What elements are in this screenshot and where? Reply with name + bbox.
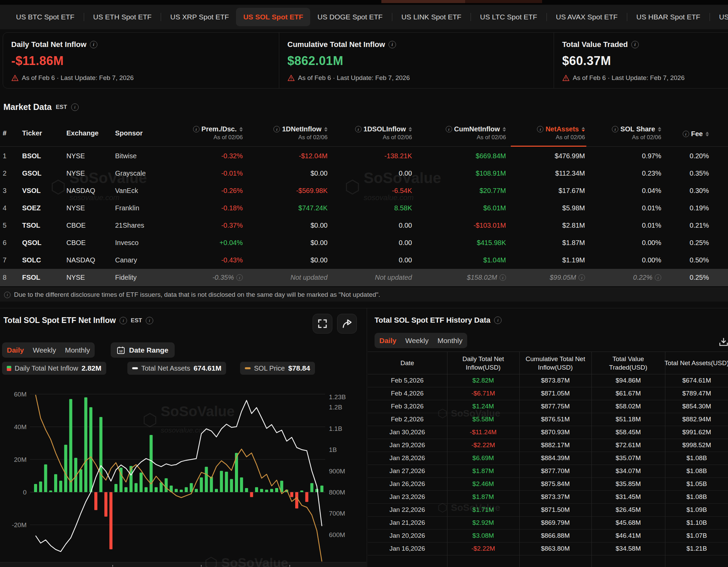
sort-icon[interactable] bbox=[409, 127, 412, 132]
market-col-header-cumnetinflow[interactable]: iCumNetInflowAs of 02/06 bbox=[417, 125, 506, 141]
tab-us-hbar-spot-etf[interactable]: US HBAR Spot ETF bbox=[629, 8, 708, 26]
info-icon[interactable]: i bbox=[389, 41, 396, 48]
inflow-bar[interactable] bbox=[89, 407, 92, 492]
info-icon[interactable]: i bbox=[612, 126, 618, 132]
inflow-bar[interactable] bbox=[49, 490, 52, 492]
net-inflow-chart[interactable]: 60M40M20M0-20M1.23B1.2B1.1B1B900M800M700… bbox=[0, 385, 366, 567]
info-icon[interactable]: i bbox=[446, 126, 452, 132]
tab-us-avax-spot-etf[interactable]: US AVAX Spot ETF bbox=[549, 8, 625, 26]
inflow-bar[interactable] bbox=[155, 487, 158, 492]
info-icon[interactable]: i bbox=[355, 126, 362, 132]
info-icon[interactable]: i bbox=[71, 103, 79, 111]
inflow-bar[interactable] bbox=[180, 490, 183, 492]
market-col-header[interactable]: Sponsor bbox=[115, 129, 143, 137]
market-col-header-netassets[interactable]: iNetAssetsAs of 02/06 bbox=[496, 125, 585, 141]
market-row-solc[interactable]: 7SOLCNASDAQCanary-0.43%$0.000.00$1.04M$1… bbox=[0, 252, 728, 269]
market-row-bsol[interactable]: 1BSOLNYSEBitwise-0.32%-$12.04M-138.21K$6… bbox=[0, 147, 728, 165]
tab-us-btc-spot-etf[interactable]: US BTC Spot ETF bbox=[9, 8, 82, 26]
legend-chip-total-net-assets[interactable]: Total Net Assets674.61M bbox=[127, 362, 226, 375]
market-col-header-1dnetinflow[interactable]: i1DNetInflowAs of 02/06 bbox=[239, 125, 328, 141]
inflow-bar[interactable] bbox=[44, 464, 47, 492]
info-icon[interactable]: i bbox=[120, 317, 127, 324]
tab-us-sol-spot-etf[interactable]: US SOL Spot ETF bbox=[236, 8, 310, 26]
market-col-header[interactable]: Exchange bbox=[66, 129, 98, 137]
period-weekly[interactable]: Weekly bbox=[405, 337, 428, 345]
history-col-header[interactable]: Date bbox=[368, 359, 446, 367]
inflow-bar[interactable] bbox=[140, 472, 143, 492]
info-icon[interactable]: i bbox=[193, 126, 200, 132]
inflow-bar[interactable] bbox=[105, 492, 108, 517]
market-row-gsol[interactable]: 2GSOLNYSEGrayscale-0.01%$0.000.00$108.91… bbox=[0, 165, 728, 182]
inflow-bar[interactable] bbox=[185, 487, 188, 492]
inflow-bar[interactable] bbox=[34, 484, 37, 492]
inflow-bar[interactable] bbox=[125, 487, 128, 492]
tab-us-eth-spot-etf[interactable]: US ETH Spot ETF bbox=[86, 8, 159, 26]
inflow-bar[interactable] bbox=[59, 481, 62, 492]
inflow-bar[interactable] bbox=[295, 492, 298, 508]
inflow-bar[interactable] bbox=[300, 490, 303, 492]
history-col-header[interactable]: Total Net Assets(USD) bbox=[658, 359, 728, 367]
info-icon[interactable]: i bbox=[631, 41, 639, 48]
inflow-bar[interactable] bbox=[114, 484, 117, 492]
inflow-bar[interactable] bbox=[215, 489, 218, 492]
inflow-bar[interactable] bbox=[79, 469, 82, 492]
inflow-bar[interactable] bbox=[200, 477, 203, 492]
tab-us-xrp-spot-etf[interactable]: US XRP Spot ETF bbox=[163, 8, 236, 26]
inflow-bar[interactable] bbox=[84, 398, 88, 492]
market-col-header[interactable]: # bbox=[3, 129, 6, 137]
inflow-bar[interactable] bbox=[290, 492, 293, 497]
inflow-bar[interactable] bbox=[275, 488, 278, 492]
period-monthly[interactable]: Monthly bbox=[65, 346, 90, 354]
inflow-bar[interactable] bbox=[255, 487, 258, 492]
inflow-bar[interactable] bbox=[165, 478, 168, 492]
sort-icon[interactable] bbox=[706, 132, 709, 136]
inflow-bar[interactable] bbox=[210, 476, 213, 492]
market-row-fsol[interactable]: 8FSOLNYSEFidelity-0.35%iNot updatedNot u… bbox=[0, 269, 728, 286]
info-icon[interactable]: i bbox=[236, 274, 243, 281]
inflow-bar[interactable] bbox=[64, 445, 67, 492]
tab-us-link-spot-etf[interactable]: US LINK Spot ETF bbox=[394, 8, 469, 26]
inflow-bar[interactable] bbox=[260, 489, 263, 492]
history-col-header[interactable]: Daily Total NetInflow(USD) bbox=[444, 355, 522, 372]
legend-chip-daily-total-net-inflow[interactable]: Daily Total Net Inflow2.82M bbox=[2, 362, 106, 375]
inflow-bar[interactable] bbox=[54, 474, 57, 492]
market-row-qsol[interactable]: 6QSOLCBOEInvesco+0.04%$0.000.00$415.98K$… bbox=[0, 234, 728, 252]
inflow-bar[interactable] bbox=[245, 488, 248, 492]
info-icon[interactable]: i bbox=[537, 126, 543, 132]
inflow-bar[interactable] bbox=[69, 399, 72, 492]
inflow-bar[interactable] bbox=[270, 489, 273, 492]
market-col-header-1dsolinflow[interactable]: i1DSOLInflowAs of 02/06 bbox=[323, 125, 412, 141]
inflow-bar[interactable] bbox=[175, 489, 178, 492]
market-row-tsol[interactable]: 5TSOLCBOE21Shares-0.37%$0.000.00-$103.01… bbox=[0, 217, 728, 234]
download-button[interactable] bbox=[718, 337, 728, 346]
info-icon[interactable]: i bbox=[683, 131, 689, 137]
date-range-button[interactable]: 12 Date Range bbox=[111, 342, 175, 358]
tab-us-ltc-spot-etf[interactable]: US LTC Spot ETF bbox=[473, 8, 544, 26]
inflow-bar[interactable] bbox=[134, 483, 138, 492]
market-col-header-prem-dsc-[interactable]: iPrem./Dsc.As of 02/06 bbox=[154, 125, 243, 141]
market-col-header[interactable]: Ticker bbox=[22, 129, 42, 137]
inflow-bar[interactable] bbox=[310, 483, 313, 492]
info-icon[interactable]: i bbox=[273, 126, 280, 132]
inflow-bar[interactable] bbox=[109, 492, 112, 549]
inflow-bar[interactable] bbox=[94, 492, 97, 510]
inflow-bar[interactable] bbox=[225, 472, 228, 492]
inflow-bar[interactable] bbox=[240, 477, 243, 492]
inflow-bar[interactable] bbox=[39, 482, 42, 492]
fullscreen-button[interactable] bbox=[313, 314, 332, 334]
inflow-bar[interactable] bbox=[99, 417, 102, 492]
history-col-header[interactable]: Cumulative Total NetInflow(USD) bbox=[516, 355, 595, 372]
period-monthly[interactable]: Monthly bbox=[438, 337, 463, 345]
inflow-bar[interactable] bbox=[220, 471, 223, 492]
tab-us-b[interactable]: US B bbox=[712, 8, 728, 26]
history-col-header[interactable]: Total ValueTraded(USD) bbox=[589, 355, 667, 372]
tab-us-doge-spot-etf[interactable]: US DOGE Spot ETF bbox=[310, 8, 390, 26]
inflow-bar[interactable] bbox=[320, 486, 323, 492]
inflow-bar[interactable] bbox=[195, 489, 198, 492]
period-weekly[interactable]: Weekly bbox=[33, 346, 56, 354]
market-row-vsol[interactable]: 3VSOLNASDAQVanEck-0.26%-$569.98K-6.54K$2… bbox=[0, 182, 728, 199]
inflow-bar[interactable] bbox=[265, 490, 268, 492]
legend-chip-sol-price[interactable]: SOL Price$78.84 bbox=[240, 362, 315, 375]
share-button[interactable] bbox=[337, 314, 357, 334]
inflow-bar[interactable] bbox=[305, 492, 308, 502]
